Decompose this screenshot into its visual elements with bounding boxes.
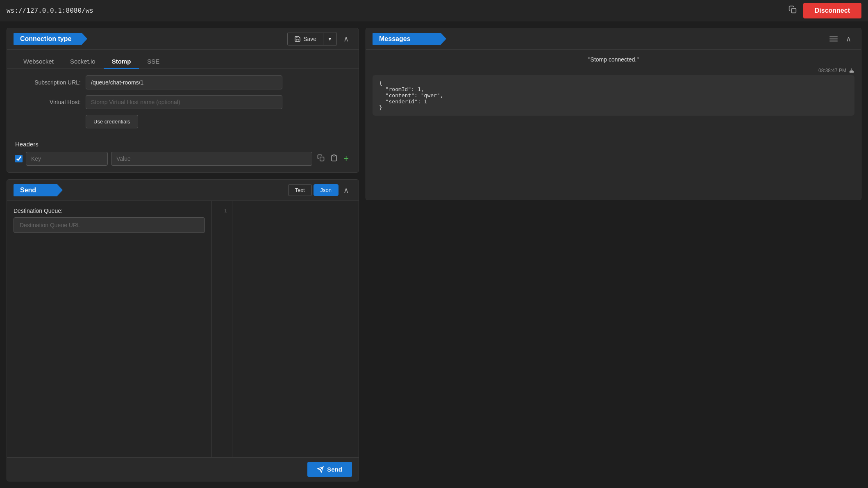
right-column: Messages ∧ "Stomp connected." 08:38:47 P…: [366, 28, 861, 481]
connection-panel-actions: Save ▼ ∧: [287, 32, 352, 46]
collapse-connection-button[interactable]: ∧: [340, 33, 352, 45]
left-column: Connection type Save ▼: [7, 28, 359, 481]
topbar: ws://127.0.0.1:8080/ws Disconnect: [0, 0, 868, 21]
editor-textarea[interactable]: [232, 201, 359, 457]
send-title: Send: [14, 184, 63, 196]
subscription-url-label: Subscription URL:: [15, 79, 81, 86]
subscription-url-input[interactable]: [86, 75, 282, 89]
virtual-host-input[interactable]: [86, 95, 282, 109]
use-credentials-row: Use credentials: [15, 115, 350, 128]
send-body: Destination Queue: 1: [7, 201, 359, 457]
messages-menu-icon[interactable]: [829, 36, 838, 41]
main-layout: Connection type Save ▼: [0, 21, 868, 488]
send-panel-header: Send Text Json ∧: [7, 180, 359, 201]
tab-stomp[interactable]: Stomp: [104, 55, 139, 69]
connection-tabs: Websocket Socket.io Stomp SSE: [7, 50, 359, 69]
svg-rect-2: [333, 155, 335, 156]
connection-panel-header: Connection type Save ▼: [7, 28, 359, 50]
send-left-panel: Destination Queue:: [7, 201, 212, 457]
messages-body: "Stomp connected." 08:38:47 PM { "roomId…: [366, 50, 861, 200]
disconnect-button[interactable]: Disconnect: [803, 3, 861, 18]
copy-header-button[interactable]: [316, 153, 326, 165]
send-panel: Send Text Json ∧ Destination Queue: 1: [7, 179, 359, 481]
tab-websocket[interactable]: Websocket: [15, 55, 62, 69]
virtual-host-label: Virtual Host:: [15, 99, 81, 105]
send-footer: Send: [7, 457, 359, 481]
destination-label: Destination Queue:: [14, 208, 205, 214]
header-action-buttons: +: [316, 152, 350, 166]
headers-row: +: [15, 152, 350, 166]
tab-sse[interactable]: SSE: [139, 55, 168, 69]
clipboard-icon: [330, 154, 338, 162]
messages-panel-header: Messages ∧: [366, 28, 861, 50]
headers-section: Headers: [7, 141, 359, 172]
messages-header-actions: ∧: [829, 33, 854, 45]
paste-header-button[interactable]: [329, 153, 339, 165]
subscription-url-row: Subscription URL:: [15, 75, 350, 89]
collapse-send-button[interactable]: ∧: [340, 184, 352, 196]
text-format-button[interactable]: Text: [288, 184, 312, 196]
topbar-actions: Disconnect: [786, 3, 861, 18]
headers-title: Headers: [15, 141, 350, 148]
save-dropdown-button[interactable]: ▼: [323, 33, 336, 45]
message-time: 08:38:47 PM: [818, 68, 854, 73]
connection-type-title: Connection type: [14, 33, 87, 45]
format-toggle-group: Text Json ∧: [288, 184, 352, 196]
stomp-form: Subscription URL: Virtual Host: Use cred…: [7, 69, 359, 141]
copy-icon: [317, 154, 325, 162]
use-credentials-button[interactable]: Use credentials: [86, 115, 138, 128]
add-header-button[interactable]: +: [342, 152, 350, 166]
collapse-messages-button[interactable]: ∧: [843, 33, 854, 45]
save-icon: [294, 36, 301, 42]
destination-queue-input[interactable]: [14, 217, 205, 233]
svg-rect-0: [791, 9, 796, 13]
messages-title: Messages: [373, 33, 446, 45]
header-value-input[interactable]: [111, 152, 312, 166]
save-button-group: Save ▼: [287, 32, 337, 46]
stomp-connected-text: "Stomp connected.": [373, 56, 854, 63]
copy-url-button[interactable]: [786, 3, 799, 18]
send-editor: 1: [212, 201, 359, 457]
tab-socketio[interactable]: Socket.io: [62, 55, 104, 69]
messages-panel: Messages ∧ "Stomp connected." 08:38:47 P…: [366, 28, 861, 200]
header-key-input[interactable]: [26, 152, 108, 166]
json-format-button[interactable]: Json: [314, 184, 339, 196]
send-icon: [317, 466, 324, 473]
message-item: 08:38:47 PM { "roomId": 1, "content": "q…: [373, 68, 854, 116]
connection-url: ws://127.0.0.1:8080/ws: [7, 7, 93, 14]
save-button[interactable]: Save: [288, 32, 323, 46]
virtual-host-row: Virtual Host:: [15, 95, 350, 109]
svg-rect-1: [320, 157, 324, 161]
connection-panel: Connection type Save ▼: [7, 28, 359, 173]
message-content: { "roomId": 1, "content": "qwer", "sende…: [373, 75, 854, 116]
download-icon: [849, 68, 854, 73]
editor-line-numbers: 1: [212, 201, 232, 457]
header-checkbox[interactable]: [15, 155, 23, 162]
send-button[interactable]: Send: [307, 462, 352, 477]
